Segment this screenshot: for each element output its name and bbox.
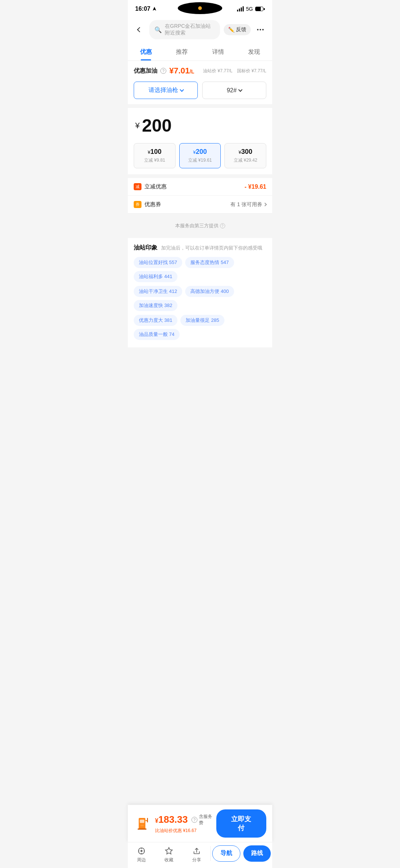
coupon-row-value: 有 1 张可用券 [230, 201, 266, 208]
tab-discount[interactable]: 优惠 [128, 44, 164, 60]
network-label: 5G [246, 6, 253, 12]
chevron-down-icon [180, 88, 184, 92]
search-icon: 🔍 [154, 26, 162, 33]
third-party-text: 本服务由第三方提供 [175, 222, 219, 229]
tab-label-discount: 优惠 [140, 49, 152, 55]
tag-location[interactable]: 油站位置好找 557 [134, 257, 182, 268]
pen-icon: ✏️ [228, 27, 234, 33]
preset-price-200: ¥200 [183, 148, 218, 156]
tag-clean[interactable]: 油站干净卫生 412 [134, 286, 182, 297]
back-arrow-icon [137, 27, 142, 32]
search-area: 🔍 在GRPC金石加油站附近搜索 ✏️ 反馈 [128, 16, 272, 44]
discount-row-label: 立减优惠 [144, 183, 167, 190]
status-time: 16:07 [135, 6, 157, 12]
preset-amounts: ¥100 立减 ¥9.81 ¥200 立减 ¥19.61 ¥300 立减 ¥29… [128, 143, 272, 174]
impressions-title: 油站印象 [134, 244, 157, 252]
question-icon[interactable]: ? [220, 223, 225, 228]
preset-300[interactable]: ¥300 立减 ¥29.42 [224, 143, 266, 168]
tab-discover[interactable]: 发现 [236, 44, 273, 60]
amount-currency: ¥ [135, 121, 140, 131]
tag-discount[interactable]: 优惠力度大 381 [134, 315, 177, 326]
impressions-header: 油站印象 加完油后，可以在订单详情页内留下你的感受哦 [134, 244, 266, 252]
status-right: 5G [237, 6, 265, 12]
preset-save-200: 立减 ¥19.61 [183, 157, 218, 164]
amount-section[interactable]: ¥ 200 [128, 108, 272, 143]
preset-200[interactable]: ¥200 立减 ¥19.61 [179, 143, 221, 168]
amount-display: ¥ 200 [135, 115, 265, 136]
preset-price-300: ¥300 [228, 148, 263, 156]
price-info: 油站价 ¥7.77/L 国标价 ¥7.77/L [203, 68, 266, 74]
amount-value: 200 [142, 115, 171, 136]
coupon-row-label: 优惠券 [144, 201, 161, 208]
impressions-subtitle: 加完油后，可以在订单详情页内留下你的感受哦 [161, 245, 262, 251]
preset-save-300: 立减 ¥29.42 [228, 157, 263, 164]
selectors: 请选择油枪 92# [128, 79, 272, 104]
discount-price: ¥7.01/L [169, 66, 194, 76]
battery-icon [255, 7, 265, 11]
dot-inner [198, 6, 202, 10]
preset-price-100: ¥100 [137, 148, 172, 156]
tag-full[interactable]: 加油量很足 285 [180, 315, 224, 326]
tag-quality[interactable]: 油品质量一般 74 [134, 329, 180, 340]
preset-100[interactable]: ¥100 立减 ¥9.81 [134, 143, 176, 168]
back-button[interactable] [134, 24, 146, 36]
impressions-tags: 油站位置好找 557 服务态度热情 547 油站福利多 441 [134, 257, 266, 282]
discount-header: 优惠加油 ? ¥7.01/L 油站价 ¥7.77/L 国标价 ¥7.77/L [128, 61, 272, 79]
info-icon[interactable]: ? [160, 68, 166, 74]
impressions-tags-row3: 优惠力度大 381 加油量很足 285 油品质量一般 74 [134, 315, 266, 340]
tag-benefits[interactable]: 油站福利多 441 [134, 271, 177, 282]
tab-bar: 优惠 推荐 详情 发现 [128, 44, 272, 61]
main-content: 优惠加油 ? ¥7.01/L 油站价 ¥7.77/L 国标价 ¥7.77/L 请… [128, 61, 272, 392]
reduce-badge: 减 [134, 183, 141, 190]
chevron-right-icon [263, 203, 267, 207]
third-party-notice: 本服务由第三方提供 ? [128, 217, 272, 234]
discount-info: 减 立减优惠 - ¥19.61 券 优惠券 有 1 张可用券 [128, 178, 272, 214]
tag-service[interactable]: 服务态度热情 547 [185, 257, 234, 268]
discount-row-value: - ¥19.61 [244, 184, 266, 190]
gun-selector[interactable]: 请选择油枪 [134, 82, 198, 99]
more-dots-icon [257, 29, 264, 30]
more-button[interactable] [254, 24, 266, 36]
grade-selector[interactable]: 92# [202, 82, 266, 99]
tag-speed[interactable]: 加油速度快 382 [134, 300, 177, 311]
impressions-tags-row2: 油站干净卫生 412 高德加油方便 400 加油速度快 382 [134, 286, 266, 311]
impressions-section: 油站印象 加完油后，可以在订单详情页内留下你的感受哦 油站位置好找 557 服务… [128, 238, 272, 347]
tab-recommend[interactable]: 推荐 [164, 44, 200, 60]
station-price: 油站价 ¥7.77/L [203, 68, 232, 74]
dynamic-island [178, 2, 222, 14]
grade-selector-label: 92# [227, 87, 237, 94]
tab-detail[interactable]: 详情 [200, 44, 236, 60]
gun-selector-label: 请选择油枪 [149, 86, 178, 94]
coupon-row[interactable]: 券 优惠券 有 1 张可用券 [128, 196, 272, 214]
coupon-badge: 券 [134, 201, 141, 208]
search-box[interactable]: 🔍 在GRPC金石加油站附近搜索 [149, 20, 220, 39]
navigation-icon [152, 6, 157, 11]
tab-label-recommend: 推荐 [176, 49, 188, 55]
search-placeholder: 在GRPC金石加油站附近搜索 [165, 23, 215, 36]
feedback-button[interactable]: ✏️ 反馈 [224, 24, 251, 35]
time-display: 16:07 [135, 6, 150, 12]
tab-label-discover: 发现 [248, 49, 260, 55]
tag-gaode[interactable]: 高德加油方便 400 [185, 286, 234, 297]
signal-icon [237, 6, 244, 11]
national-price: 国标价 ¥7.77/L [237, 68, 266, 74]
discount-title: 优惠加油 [134, 67, 157, 75]
tab-label-detail: 详情 [212, 49, 224, 55]
immediate-discount-row: 减 立减优惠 - ¥19.61 [128, 178, 272, 196]
preset-save-100: 立减 ¥9.81 [137, 157, 172, 164]
status-bar: 16:07 5G [128, 0, 272, 16]
chevron-down-icon-grade [238, 88, 242, 92]
feedback-label: 反馈 [236, 26, 246, 33]
